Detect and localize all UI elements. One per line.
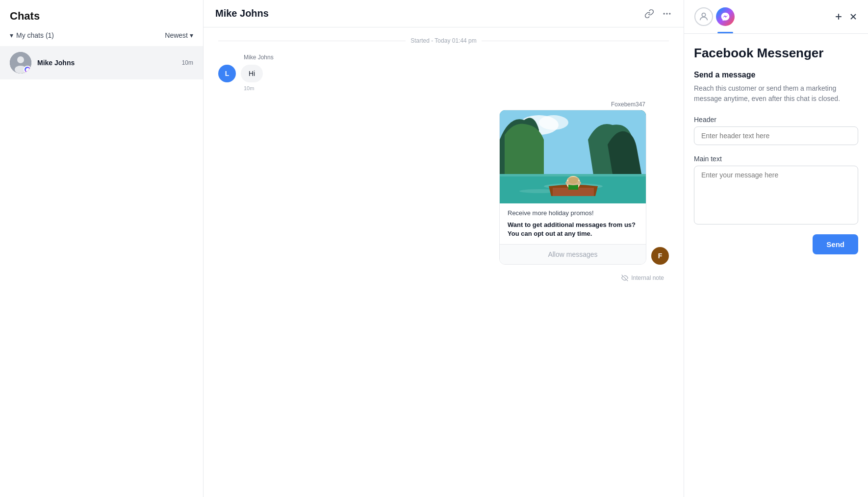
messenger-badge-icon xyxy=(26,68,30,72)
panel-description: Reach this customer or send them a marke… xyxy=(694,83,858,104)
sort-label: Newest xyxy=(165,31,188,39)
chat-item[interactable]: Mike Johns 10m xyxy=(0,46,203,79)
right-panel: Facebook Messenger Send a message Reach … xyxy=(684,0,868,497)
chat-header-actions xyxy=(644,9,672,19)
tab-person[interactable] xyxy=(694,7,714,26)
send-button[interactable]: Send xyxy=(813,234,858,254)
header-input[interactable] xyxy=(694,126,858,145)
messenger-icon xyxy=(716,7,735,26)
promo-card: Receive more holiday promos! Want to get… xyxy=(499,110,646,265)
chat-info: Mike Johns xyxy=(37,59,176,67)
svg-point-4 xyxy=(666,13,667,14)
promo-scene-svg xyxy=(500,110,646,203)
close-panel-button[interactable] xyxy=(848,12,858,22)
add-tab-button[interactable] xyxy=(834,12,843,22)
foxebem-avatar: F xyxy=(651,247,669,265)
internal-note-text: Internal note xyxy=(631,274,664,281)
plus-icon xyxy=(834,12,843,22)
sidebar-title: Chats xyxy=(0,0,203,27)
message-avatar: L xyxy=(218,65,236,82)
main-text-label: Main text xyxy=(694,155,858,163)
header-label: Header xyxy=(694,116,858,124)
messenger-logo-icon xyxy=(720,12,730,22)
main-text-input[interactable] xyxy=(694,166,858,224)
chat-title: Mike Johns xyxy=(215,8,269,19)
svg-point-5 xyxy=(669,13,670,14)
svg-point-1 xyxy=(17,56,24,63)
right-panel-header xyxy=(684,0,868,34)
foxebem-row: Receive more holiday promos! Want to get… xyxy=(499,110,669,265)
chat-time: 10m xyxy=(182,59,193,66)
chat-header: Mike Johns xyxy=(204,0,684,27)
foxebem-sender-name: Foxebem347 xyxy=(611,101,645,108)
right-panel-actions xyxy=(834,12,858,22)
message-bubble: Hi xyxy=(241,65,263,82)
message-time: 10m xyxy=(244,85,669,91)
chevron-down-icon: ▾ xyxy=(10,31,13,39)
message-row: L Hi xyxy=(218,65,669,82)
more-options-button[interactable] xyxy=(662,9,672,19)
tab-messenger[interactable] xyxy=(715,7,735,26)
chat-name: Mike Johns xyxy=(37,59,176,67)
svg-point-17 xyxy=(568,177,578,184)
svg-point-3 xyxy=(664,13,665,14)
user-icon xyxy=(698,11,709,22)
promo-image xyxy=(500,110,646,203)
internal-note-row: Internal note xyxy=(218,274,669,281)
link-icon-button[interactable] xyxy=(644,9,654,19)
sidebar: Chats ▾ My chats (1) Newest ▾ Mike xyxy=(0,0,204,497)
promo-subtitle: Receive more holiday promos! xyxy=(508,209,638,217)
link-icon xyxy=(644,9,654,19)
promo-text-area: Receive more holiday promos! Want to get… xyxy=(500,203,646,244)
promo-main-text: Want to get additional messages from us?… xyxy=(508,221,638,238)
chat-body: Started - Today 01:44 pm Mike Johns L Hi… xyxy=(204,27,684,497)
eye-off-icon xyxy=(621,274,628,281)
panel-section-title: Send a message xyxy=(694,71,858,79)
right-panel-body: Facebook Messenger Send a message Reach … xyxy=(684,34,868,497)
my-chats-filter[interactable]: ▾ My chats (1) xyxy=(10,31,54,39)
message-group-mikejohns: Mike Johns L Hi 10m xyxy=(218,54,669,91)
sort-chevron-icon: ▾ xyxy=(190,31,193,39)
sort-filter[interactable]: Newest ▾ xyxy=(165,31,193,39)
close-icon xyxy=(848,12,858,22)
svg-rect-15 xyxy=(568,185,578,190)
panel-title: Facebook Messenger xyxy=(694,46,858,61)
foxebem-message-group: Foxebem347 xyxy=(218,101,669,265)
more-options-icon xyxy=(662,9,672,19)
messenger-badge xyxy=(24,66,31,74)
svg-point-8 xyxy=(539,115,568,130)
person-icon xyxy=(694,7,713,26)
svg-point-19 xyxy=(702,13,705,17)
chat-main: Mike Johns Started - Today 01:44 pm Mike… xyxy=(204,0,684,497)
sidebar-filter: ▾ My chats (1) Newest ▾ xyxy=(0,27,203,46)
chat-started-label: Started - Today 01:44 pm xyxy=(218,37,669,44)
avatar xyxy=(10,52,31,74)
allow-messages-button[interactable]: Allow messages xyxy=(500,244,646,264)
my-chats-label: My chats (1) xyxy=(16,31,54,39)
message-sender: Mike Johns xyxy=(244,54,669,61)
right-panel-tabs xyxy=(694,7,735,26)
